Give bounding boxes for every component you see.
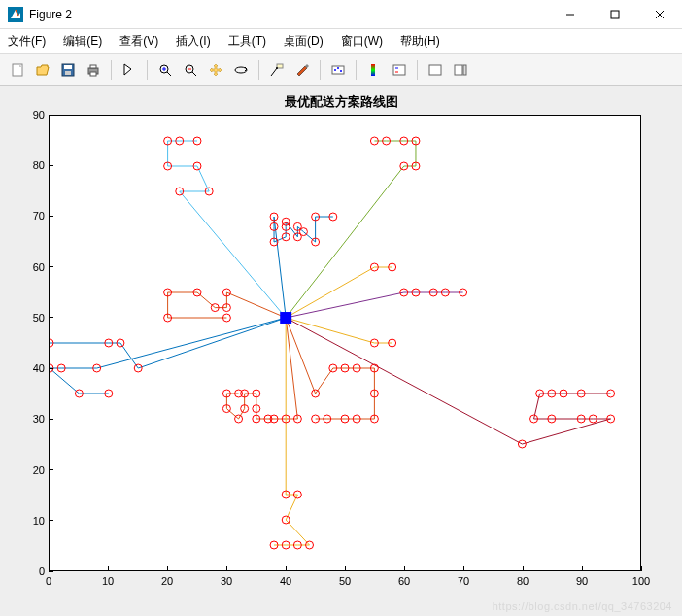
y-tick-label: 40 xyxy=(0,362,45,374)
toolbar-separator xyxy=(320,60,321,80)
y-tick-label: 30 xyxy=(0,413,45,425)
x-tick-label: 20 xyxy=(161,575,173,587)
new-figure-button[interactable] xyxy=(6,58,29,82)
svg-rect-11 xyxy=(90,72,96,76)
plot-canvas xyxy=(50,116,640,570)
brush-button[interactable] xyxy=(290,58,314,82)
svg-rect-33 xyxy=(463,65,466,75)
svg-rect-31 xyxy=(429,65,441,75)
svg-point-26 xyxy=(340,70,342,72)
y-tick-label: 80 xyxy=(0,159,45,171)
data-cursor-button[interactable] xyxy=(265,58,289,82)
print-button[interactable] xyxy=(82,58,105,82)
edit-plot-button[interactable] xyxy=(118,58,141,82)
titlebar: Figure 2 xyxy=(0,0,682,29)
x-tick-label: 70 xyxy=(458,575,469,587)
y-tick-label: 10 xyxy=(0,515,45,527)
maximize-button[interactable] xyxy=(593,0,637,28)
pan-button[interactable] xyxy=(204,58,227,82)
x-tick-label: 90 xyxy=(576,575,588,587)
watermark: https://blog.csdn.net/qq_34763204 xyxy=(493,600,672,612)
window-controls xyxy=(548,0,682,28)
svg-rect-28 xyxy=(393,65,405,75)
x-tick-label: 60 xyxy=(398,575,410,587)
save-button[interactable] xyxy=(56,58,80,82)
menu-view[interactable]: 查看(V) xyxy=(119,33,158,50)
svg-rect-32 xyxy=(455,65,462,75)
menu-file[interactable]: 文件(F) xyxy=(8,33,46,50)
toolbar-separator xyxy=(417,60,418,80)
show-plot-tools-button[interactable] xyxy=(449,58,472,82)
menu-help[interactable]: 帮助(H) xyxy=(400,33,440,50)
close-button[interactable] xyxy=(637,0,682,28)
menu-desktop[interactable]: 桌面(D) xyxy=(284,33,324,50)
svg-rect-10 xyxy=(90,65,96,68)
axes[interactable] xyxy=(49,115,641,571)
insert-colorbar-button[interactable] xyxy=(362,58,386,82)
x-tick-label: 50 xyxy=(339,575,351,587)
svg-point-25 xyxy=(337,67,339,69)
x-tick-label: 0 xyxy=(46,575,51,587)
hide-plot-tools-button[interactable] xyxy=(424,58,447,82)
menu-window[interactable]: 窗口(W) xyxy=(341,33,383,50)
x-tick-label: 40 xyxy=(280,575,291,587)
rotate-3d-button[interactable] xyxy=(229,58,253,82)
toolbar-separator xyxy=(111,60,112,80)
svg-rect-8 xyxy=(65,71,71,75)
menu-insert[interactable]: 插入(I) xyxy=(176,33,210,50)
figure-area: 最优配送方案路线图 https://blog.csdn.net/qq_34763… xyxy=(0,86,682,616)
x-tick-label: 80 xyxy=(517,575,529,587)
svg-line-17 xyxy=(192,72,196,76)
matlab-logo-icon xyxy=(8,7,23,22)
svg-line-13 xyxy=(167,72,171,76)
y-tick-label: 90 xyxy=(0,109,45,120)
x-tick-label: 10 xyxy=(102,575,114,587)
svg-line-21 xyxy=(271,68,277,76)
svg-rect-2 xyxy=(611,11,619,18)
link-data-button[interactable] xyxy=(326,58,350,82)
svg-rect-7 xyxy=(64,65,72,69)
y-tick-label: 70 xyxy=(0,210,45,222)
svg-rect-27 xyxy=(371,64,375,76)
zoom-in-button[interactable] xyxy=(153,58,177,82)
svg-point-24 xyxy=(334,69,336,71)
x-tick-label: 100 xyxy=(632,575,650,587)
y-tick-label: 20 xyxy=(0,464,45,476)
chart-title: 最优配送方案路线图 xyxy=(0,93,682,111)
y-tick-label: 0 xyxy=(0,565,45,577)
svg-rect-126 xyxy=(280,312,291,324)
open-button[interactable] xyxy=(31,58,54,82)
window-title: Figure 2 xyxy=(29,8,548,21)
toolbar-separator xyxy=(356,60,357,80)
minimize-button[interactable] xyxy=(548,0,593,28)
toolbar xyxy=(0,54,682,86)
y-tick-label: 60 xyxy=(0,261,45,273)
zoom-out-button[interactable] xyxy=(179,58,202,82)
menu-tools[interactable]: 工具(T) xyxy=(228,33,266,50)
y-tick-label: 50 xyxy=(0,312,45,324)
x-tick-label: 30 xyxy=(221,575,232,587)
svg-point-22 xyxy=(276,67,278,69)
toolbar-separator xyxy=(147,60,148,80)
svg-rect-20 xyxy=(277,64,283,68)
menubar: 文件(F) 编辑(E) 查看(V) 插入(I) 工具(T) 桌面(D) 窗口(W… xyxy=(0,29,682,54)
insert-legend-button[interactable] xyxy=(388,58,411,82)
toolbar-separator xyxy=(258,60,259,80)
menu-edit[interactable]: 编辑(E) xyxy=(63,33,102,50)
